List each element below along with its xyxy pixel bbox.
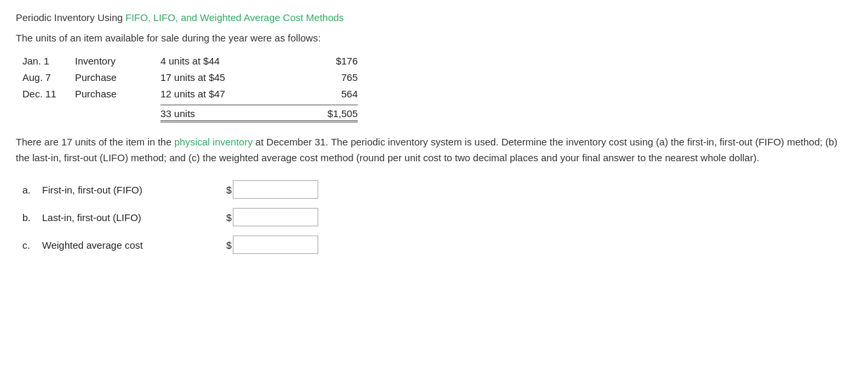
table-row: Jan. 1 Inventory 4 units at $44 $176	[22, 55, 852, 66]
row-type: Inventory	[75, 55, 160, 66]
subtitle-text: The units of an item available for sale …	[16, 32, 852, 43]
answer-section: a. First-in, first-out (FIFO) $ b. Last-…	[22, 180, 852, 254]
dollar-sign-b: $	[226, 212, 231, 223]
title-plain: Periodic Inventory Using	[16, 12, 126, 23]
page-title: Periodic Inventory Using FIFO, LIFO, and…	[16, 12, 852, 23]
row-total-label: units	[174, 108, 195, 119]
answer-label-lifo: Last-in, first-out (LIFO)	[42, 212, 226, 223]
desc-part1: There are 17 units of the item in the	[16, 136, 174, 147]
answer-label-wac: Weighted average cost	[42, 240, 226, 251]
answer-row-c: c. Weighted average cost $	[22, 236, 852, 254]
description-block: There are 17 units of the item in the ph…	[16, 134, 844, 166]
answer-row-a: a. First-in, first-out (FIFO) $	[22, 180, 852, 199]
row-unit-price: $44	[203, 55, 220, 66]
page-container: Periodic Inventory Using FIFO, LIFO, and…	[16, 12, 852, 254]
row-date: Aug. 7	[22, 72, 75, 83]
lifo-input[interactable]	[233, 208, 318, 226]
dollar-sign-c: $	[226, 240, 231, 251]
answer-label-fifo: First-in, first-out (FIFO)	[42, 184, 226, 195]
row-date: Jan. 1	[22, 55, 75, 66]
row-amount: 765	[292, 72, 358, 83]
row-qty: 17	[160, 72, 172, 83]
inventory-table: Jan. 1 Inventory 4 units at $44 $176 Aug…	[22, 55, 852, 122]
table-row: Dec. 11 Purchase 12 units at $47 564	[22, 88, 852, 99]
answer-letter-b: b.	[22, 212, 42, 223]
row-amount: $176	[292, 55, 358, 66]
row-qty: 12	[160, 88, 172, 99]
row-qty: 4	[160, 55, 166, 66]
row-unit-label: units at	[169, 55, 204, 66]
row-units: 4 units at $44	[160, 55, 292, 66]
row-total-units: 33 units	[160, 105, 292, 122]
answer-letter-c: c.	[22, 240, 42, 251]
row-units: 17 units at $45	[160, 72, 292, 83]
table-row: Aug. 7 Purchase 17 units at $45 765	[22, 72, 852, 83]
row-type: Purchase	[75, 88, 160, 99]
answer-row-b: b. Last-in, first-out (LIFO) $	[22, 208, 852, 226]
physical-inventory-text: physical inventory	[174, 136, 253, 147]
row-unit-label: units at	[174, 72, 209, 83]
answer-letter-a: a.	[22, 184, 42, 195]
title-highlight: FIFO, LIFO, and Weighted Average Cost Me…	[126, 12, 344, 23]
row-total-amount: $1,505	[292, 105, 358, 122]
row-total-qty: 33	[160, 108, 172, 119]
dollar-sign-a: $	[226, 184, 231, 195]
row-type: Purchase	[75, 72, 160, 83]
table-total-row: 33 units $1,505	[22, 105, 852, 122]
row-amount: 564	[292, 88, 358, 99]
row-unit-price: $45	[208, 72, 225, 83]
row-unit-price: $47	[208, 88, 225, 99]
row-units: 12 units at $47	[160, 88, 292, 99]
row-date: Dec. 11	[22, 88, 75, 99]
row-unit-label: units at	[174, 88, 209, 99]
fifo-input[interactable]	[233, 180, 318, 199]
wac-input[interactable]	[233, 236, 318, 254]
